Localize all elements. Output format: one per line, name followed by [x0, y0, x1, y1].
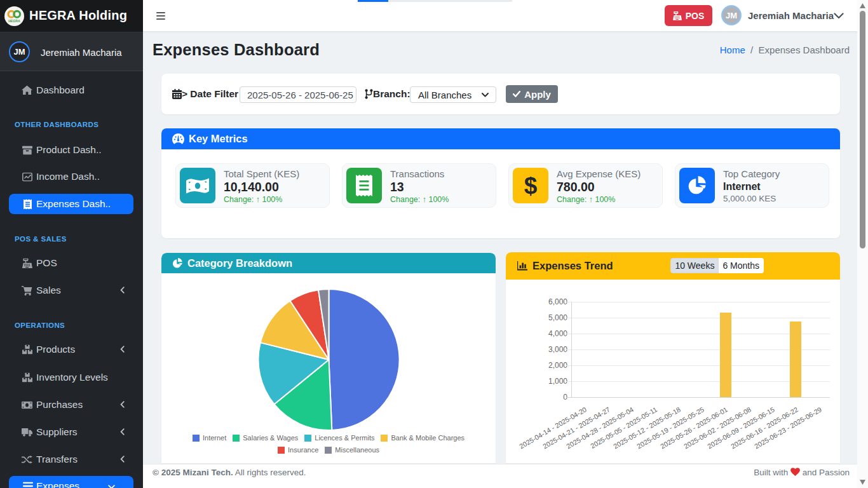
svg-text:HEGRA: HEGRA [8, 19, 20, 23]
